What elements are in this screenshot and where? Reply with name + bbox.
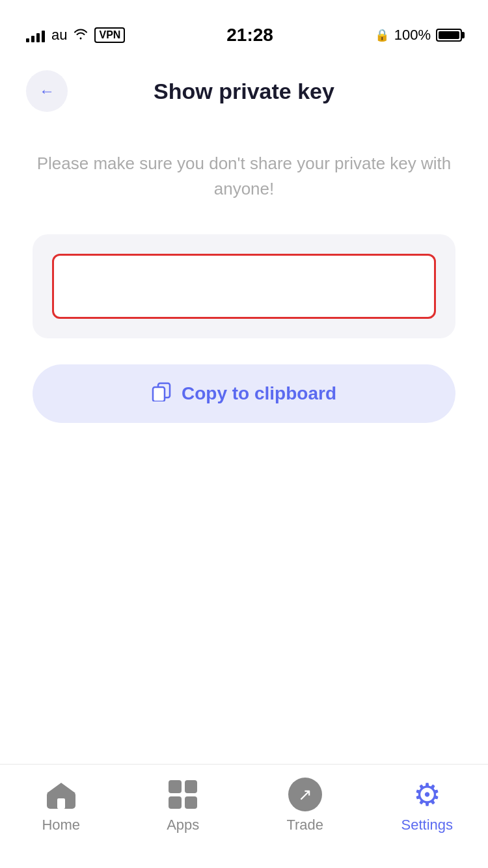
status-right: 🔒 100% xyxy=(375,27,462,44)
nav-item-trade[interactable]: ↗ Trade xyxy=(253,778,357,834)
gear-icon: ⚙ xyxy=(413,776,441,813)
apps-icon xyxy=(166,778,200,811)
nav-label-trade: Trade xyxy=(286,817,323,834)
subtitle-text: Please make sure you don't share your pr… xyxy=(33,151,455,202)
nav-item-apps[interactable]: Apps xyxy=(131,778,235,834)
svg-rect-4 xyxy=(57,798,65,809)
private-key-input[interactable] xyxy=(52,254,436,319)
page-title: Show private key xyxy=(68,79,420,104)
nav-label-home: Home xyxy=(42,817,80,834)
carrier-label: au xyxy=(51,27,67,44)
svg-rect-1 xyxy=(153,387,165,401)
status-bar: au VPN 21:28 🔒 100% xyxy=(0,0,488,57)
vpn-badge: VPN xyxy=(94,27,125,43)
main-content: Please make sure you don't share your pr… xyxy=(0,125,488,764)
lock-icon: 🔒 xyxy=(375,28,389,42)
copy-button-label: Copy to clipboard xyxy=(182,383,336,404)
battery-percent: 100% xyxy=(394,27,431,44)
battery-icon xyxy=(436,29,462,42)
nav-item-settings[interactable]: ⚙ Settings xyxy=(375,778,479,834)
nav-label-apps: Apps xyxy=(167,817,199,834)
svg-marker-3 xyxy=(47,783,75,793)
home-icon xyxy=(44,778,78,811)
trade-arrow-icon: ↗ xyxy=(298,785,312,805)
status-left: au VPN xyxy=(26,27,125,44)
bottom-navigation: Home Apps ↗ Trade ⚙ Settings xyxy=(0,764,488,868)
back-button[interactable]: ← xyxy=(26,70,68,112)
copy-to-clipboard-button[interactable]: Copy to clipboard xyxy=(33,364,455,423)
status-time: 21:28 xyxy=(226,25,273,46)
nav-item-home[interactable]: Home xyxy=(9,778,113,834)
key-container xyxy=(33,234,455,338)
nav-label-settings: Settings xyxy=(401,817,454,834)
signal-icon xyxy=(26,28,45,42)
back-arrow-icon: ← xyxy=(39,82,55,100)
wifi-icon xyxy=(74,28,88,43)
copy-icon xyxy=(152,382,171,406)
header: ← Show private key xyxy=(0,57,488,125)
settings-icon: ⚙ xyxy=(410,778,444,811)
trade-icon: ↗ xyxy=(288,778,322,811)
